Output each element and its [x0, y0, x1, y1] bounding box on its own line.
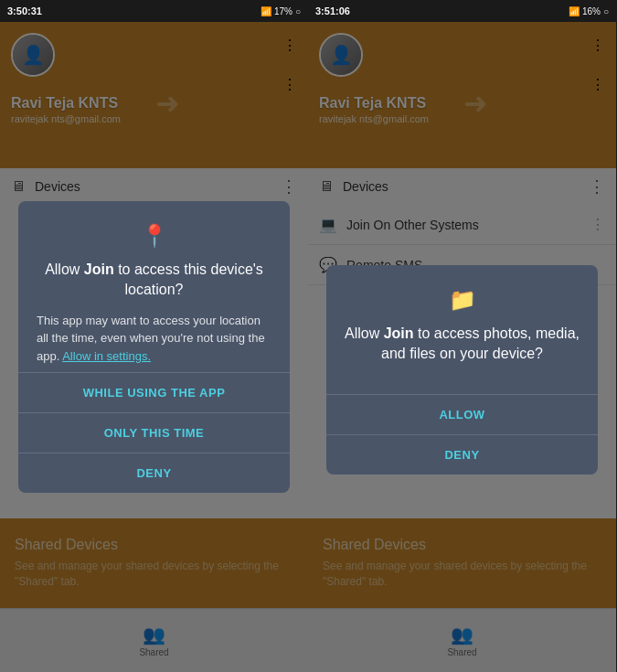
right-signal-icon: 📶 — [569, 6, 580, 16]
left-dialog-title: Allow Join to access this device's locat… — [37, 260, 271, 301]
right-status-icons: 📶 16% ○ — [569, 6, 609, 16]
left-time: 3:50:31 — [7, 5, 42, 16]
signal-icon: 📶 — [261, 6, 271, 16]
right-dialog-title: Allow Join to access photos, media, and … — [345, 324, 580, 365]
right-dialog-app-name: Join — [384, 325, 414, 341]
right-dialog-files-icon: 📁 — [345, 287, 580, 313]
battery-text: 17% — [274, 6, 293, 16]
left-dialog-body: This app may want to access your locatio… — [37, 312, 271, 366]
right-allow-btn[interactable]: ALLOW — [326, 394, 598, 434]
left-dialog-link[interactable]: Allow in settings. — [62, 349, 151, 363]
left-deny-btn[interactable]: DENY — [18, 453, 290, 493]
left-phone-panel: 3:50:31 📶 17% ○ 👤 ⋮ ⋮ ➜ Ravi Teja KNTS r… — [0, 0, 308, 672]
right-battery-text: 16% — [582, 6, 601, 16]
right-time: 3:51:06 — [315, 5, 350, 16]
right-phone-panel: 3:51:06 📶 16% ○ 👤 ⋮ ⋮ ➜ Ravi Teja KNTS r… — [308, 0, 616, 672]
left-while-using-btn[interactable]: WHILE USING THE APP — [18, 372, 290, 412]
right-permission-dialog: 📁 Allow Join to access photos, media, an… — [326, 265, 598, 475]
right-dialog-content: 📁 Allow Join to access photos, media, an… — [326, 265, 598, 383]
left-dialog-location-icon: 📍 — [37, 223, 271, 249]
left-dialog-content: 📍 Allow Join to access this device's loc… — [18, 201, 290, 365]
battery-icon: ○ — [295, 6, 301, 16]
left-permission-dialog: 📍 Allow Join to access this device's loc… — [18, 201, 290, 493]
left-dialog-title-post: to access this device's location? — [114, 261, 263, 297]
left-status-bar: 3:50:31 📶 17% ○ — [0, 0, 308, 22]
left-status-icons: 📶 17% ○ — [261, 6, 301, 16]
left-only-this-time-btn[interactable]: ONLY THIS TIME — [18, 412, 290, 453]
right-dialog-actions: ALLOW DENY — [326, 394, 598, 475]
right-battery-icon: ○ — [603, 6, 609, 16]
right-status-bar: 3:51:06 📶 16% ○ — [308, 0, 616, 22]
left-dialog-title-pre: Allow — [45, 261, 84, 277]
right-dialog-title-pre: Allow — [345, 325, 384, 341]
left-dialog-actions: WHILE USING THE APP ONLY THIS TIME DENY — [18, 372, 290, 493]
left-dialog-app-name: Join — [84, 261, 114, 277]
right-deny-btn[interactable]: DENY — [326, 434, 598, 475]
